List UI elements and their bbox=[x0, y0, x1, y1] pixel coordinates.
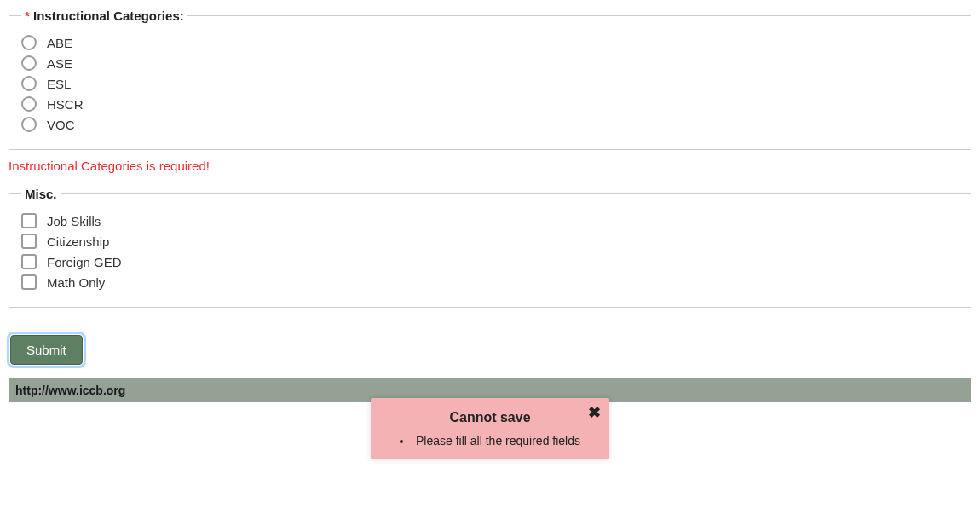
checkbox-row-foreign-ged[interactable]: Foreign GED bbox=[21, 254, 959, 269]
misc-fieldset: Misc. Job Skills Citizenship Foreign GED… bbox=[9, 187, 971, 308]
required-asterisk: * bbox=[25, 9, 30, 23]
radio-row-abe[interactable]: ABE bbox=[21, 35, 959, 50]
instructional-categories-fieldset: * Instructional Categories: ABE ASE ESL … bbox=[9, 9, 971, 150]
error-toast: ✖ Cannot save Please fill all the requir… bbox=[371, 398, 609, 411]
radio-icon[interactable] bbox=[21, 55, 37, 71]
legend-text: Instructional Categories: bbox=[33, 9, 184, 23]
checkbox-row-job-skills[interactable]: Job Skills bbox=[21, 213, 959, 228]
legend-text: Misc. bbox=[25, 187, 57, 201]
radio-icon[interactable] bbox=[21, 76, 37, 91]
radio-row-ase[interactable]: ASE bbox=[21, 55, 959, 71]
radio-label: ESL bbox=[47, 77, 71, 91]
radio-icon[interactable] bbox=[21, 96, 37, 112]
radio-label: VOC bbox=[47, 118, 75, 132]
checkbox-icon[interactable] bbox=[21, 254, 37, 269]
instructional-categories-validation-error: Instructional Categories is required! bbox=[9, 159, 971, 173]
checkbox-label: Job Skills bbox=[47, 214, 101, 228]
radio-icon[interactable] bbox=[21, 35, 37, 50]
radio-label: ASE bbox=[47, 56, 72, 71]
instructional-categories-legend: * Instructional Categories: bbox=[21, 9, 187, 23]
checkbox-icon[interactable] bbox=[21, 213, 37, 228]
radio-icon[interactable] bbox=[21, 117, 37, 132]
close-icon[interactable]: ✖ bbox=[588, 403, 601, 411]
checkbox-icon[interactable] bbox=[21, 274, 37, 290]
checkbox-label: Citizenship bbox=[47, 234, 109, 249]
checkbox-row-citizenship[interactable]: Citizenship bbox=[21, 234, 959, 249]
checkbox-label: Foreign GED bbox=[47, 255, 122, 269]
radio-label: HSCR bbox=[47, 97, 84, 112]
checkbox-icon[interactable] bbox=[21, 234, 37, 249]
toast-title: Cannot save bbox=[388, 410, 592, 411]
radio-row-hscr[interactable]: HSCR bbox=[21, 96, 959, 112]
radio-label: ABE bbox=[47, 36, 72, 50]
submit-button[interactable]: Submit bbox=[10, 335, 83, 365]
misc-legend: Misc. bbox=[21, 187, 61, 201]
checkbox-label: Math Only bbox=[47, 275, 105, 290]
checkbox-row-math-only[interactable]: Math Only bbox=[21, 274, 959, 290]
radio-row-voc[interactable]: VOC bbox=[21, 117, 959, 132]
radio-row-esl[interactable]: ESL bbox=[21, 76, 959, 91]
